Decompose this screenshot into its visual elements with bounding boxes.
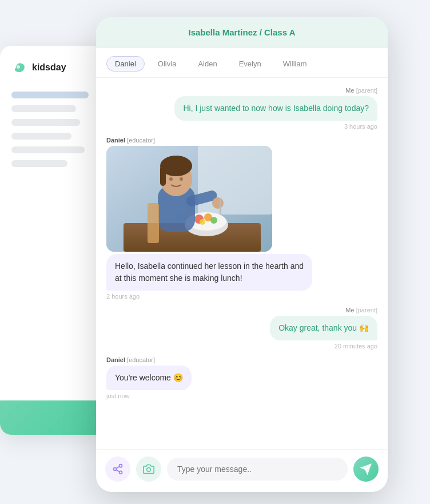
svg-point-25 — [147, 468, 151, 472]
chat-photo — [106, 146, 272, 252]
svg-point-21 — [114, 468, 117, 471]
logo-text: kidsday — [32, 62, 66, 73]
sender-label-2: Daniel [educator] — [106, 137, 155, 144]
send-icon — [360, 463, 372, 475]
sidebar-app: kidsday — [0, 46, 109, 435]
svg-line-24 — [116, 466, 120, 468]
svg-rect-19 — [148, 203, 159, 243]
chat-input-area — [96, 449, 388, 492]
sidebar-menu — [11, 92, 97, 167]
svg-point-9 — [200, 219, 205, 225]
message-4: Daniel [educator] You're welcome 😊 just … — [106, 356, 377, 399]
sidebar-green-accent — [0, 400, 109, 435]
svg-rect-16 — [160, 166, 166, 186]
tab-evelyn[interactable]: Evelyn — [230, 56, 270, 72]
svg-rect-2 — [198, 146, 272, 215]
tab-aiden[interactable]: Aiden — [189, 56, 225, 72]
tab-william[interactable]: William — [274, 56, 316, 72]
chat-header-title: Isabella Martinez / Class A — [188, 27, 295, 37]
timestamp-3: 20 minutes ago — [335, 343, 377, 350]
bubble-4: You're welcome 😊 — [106, 366, 192, 390]
bubble-1: Hi, I just wanted to now how is Isabella… — [174, 96, 377, 121]
sender-label-4: Daniel [educator] — [106, 356, 155, 363]
messages-area: Me [parent] Hi, I just wanted to now how… — [96, 78, 388, 449]
svg-point-12 — [212, 197, 224, 209]
sidebar-item-2[interactable] — [11, 105, 76, 112]
svg-line-23 — [116, 470, 120, 471]
message-input[interactable] — [167, 458, 348, 481]
svg-point-20 — [120, 465, 122, 467]
logo-area: kidsday — [11, 59, 97, 76]
camera-button[interactable] — [136, 457, 161, 482]
svg-point-0 — [17, 65, 20, 69]
tab-daniel[interactable]: Daniel — [106, 56, 145, 72]
bubble-2: Hello, Isabella continued her lesson in … — [106, 254, 312, 291]
share-icon — [112, 463, 124, 475]
svg-rect-13 — [220, 199, 221, 215]
camera-icon — [143, 463, 154, 475]
chat-window: Isabella Martinez / Class A Daniel Olivi… — [96, 17, 388, 492]
share-button[interactable] — [105, 457, 130, 482]
message-2: Daniel [educator] — [106, 137, 377, 300]
sender-label-3: Me [parent] — [345, 307, 377, 313]
tab-olivia[interactable]: Olivia — [149, 56, 185, 72]
sidebar-item-1[interactable] — [11, 92, 89, 98]
child-eating-illustration — [106, 146, 272, 252]
sidebar-item-3[interactable] — [11, 119, 80, 126]
message-3: Me [parent] Okay great, thank you 🙌 20 m… — [106, 307, 377, 350]
sidebar-item-4[interactable] — [11, 133, 71, 140]
timestamp-1: 3 hours ago — [344, 123, 377, 130]
message-1: Me [parent] Hi, I just wanted to now how… — [106, 87, 377, 130]
sender-label-1: Me [parent] — [345, 87, 377, 94]
sidebar-item-6[interactable] — [11, 160, 67, 167]
chat-tabs: Daniel Olivia Aiden Evelyn William — [96, 48, 388, 78]
kidsday-logo-icon — [11, 59, 27, 76]
svg-point-18 — [180, 177, 183, 181]
svg-point-22 — [120, 471, 122, 474]
svg-point-8 — [210, 217, 217, 224]
scene: kidsday Isabella Martinez / Class A Dani… — [0, 0, 430, 504]
chat-header: Isabella Martinez / Class A — [96, 17, 388, 48]
timestamp-4: just now — [106, 392, 129, 399]
svg-point-17 — [169, 177, 173, 181]
svg-marker-27 — [361, 465, 371, 474]
timestamp-2: 2 hours ago — [106, 293, 140, 300]
send-button[interactable] — [353, 457, 379, 482]
bubble-3: Okay great, thank you 🙌 — [270, 316, 377, 340]
sidebar-item-5[interactable] — [11, 146, 85, 153]
